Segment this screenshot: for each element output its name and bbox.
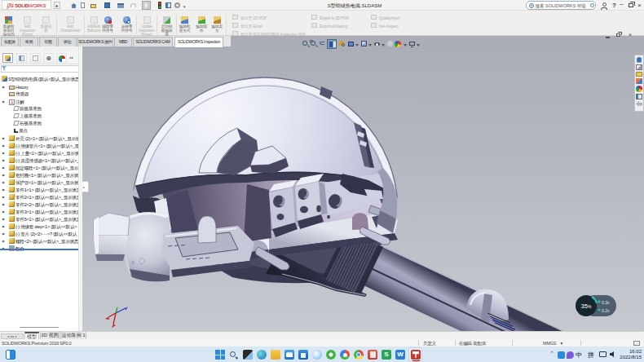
svg-text:35%: 35% (581, 302, 592, 310)
svg-text:0.2x: 0.2x (602, 308, 610, 313)
svg-text:0.3x: 0.3x (602, 300, 610, 305)
